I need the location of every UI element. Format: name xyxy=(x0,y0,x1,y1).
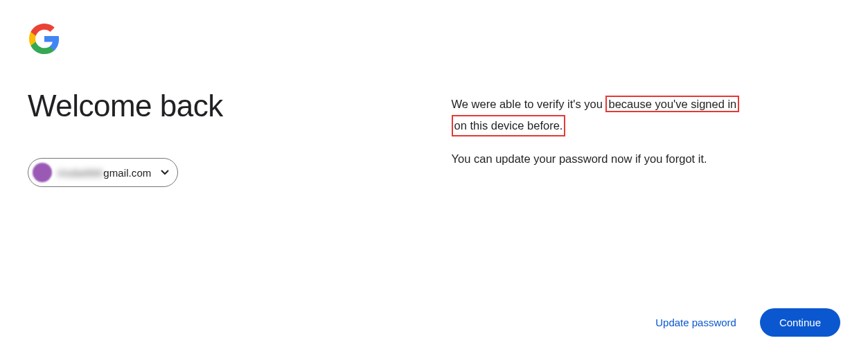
avatar xyxy=(33,163,52,182)
left-column: Welcome back irisdai666gmail.com xyxy=(0,0,452,363)
update-password-button[interactable]: Update password xyxy=(651,310,741,335)
page-title: Welcome back xyxy=(28,89,424,123)
action-row: Update password Continue xyxy=(651,308,840,337)
right-column: We were able to verify it's you because … xyxy=(452,0,868,363)
chevron-down-icon xyxy=(161,170,169,175)
google-logo-icon xyxy=(28,22,61,55)
account-switcher[interactable]: irisdai666gmail.com xyxy=(28,158,178,187)
verify-message: We were able to verify it's you because … xyxy=(452,96,840,136)
continue-button[interactable]: Continue xyxy=(760,308,840,337)
verify-text-highlight2: on this device before. xyxy=(452,115,566,137)
verify-text-part1: We were able to verify it's you xyxy=(452,98,606,110)
verify-text-highlight1: because you've signed in xyxy=(605,96,739,112)
account-email: irisdai666gmail.com xyxy=(57,167,151,179)
update-hint: You can update your password now if you … xyxy=(452,150,840,168)
